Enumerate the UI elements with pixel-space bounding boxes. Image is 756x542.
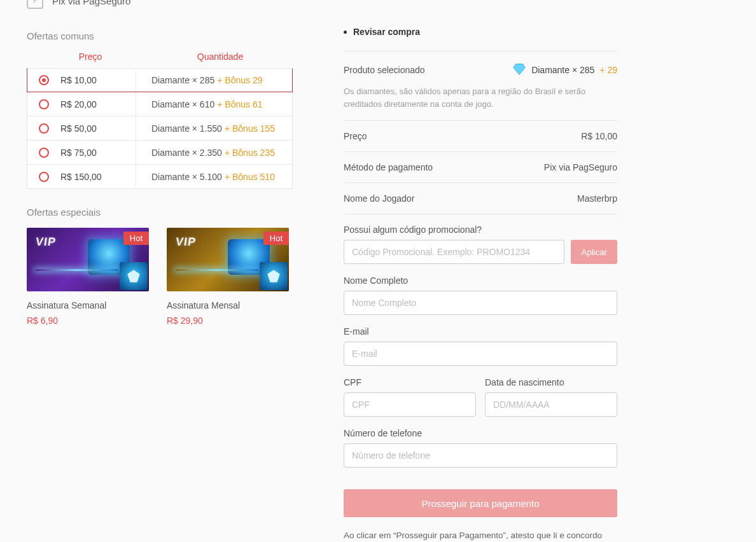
review-method-block: Método de pagamento Pix via PagSeguro (344, 151, 617, 183)
phone-label: Número de telefone (344, 428, 617, 438)
offer-row[interactable]: R$ 75,00 Diamante × 2.350+ Bônus 235 (27, 141, 293, 165)
offer-bonus: + Bônus 510 (225, 172, 275, 182)
offer-price: R$ 20,00 (60, 99, 136, 109)
promo-label: Possui algum código promocional? (344, 225, 617, 235)
offer-qty: Diamante × 285+ Bônus 29 (136, 69, 292, 92)
vip-weekly-image: VIP Hot (27, 228, 149, 291)
cpf-input[interactable] (344, 393, 476, 417)
offer-bonus: + Bônus 155 (225, 123, 275, 134)
offer-row[interactable]: R$ 20,00 Diamante × 610+ Bônus 61 (27, 92, 293, 116)
offer-row[interactable]: R$ 150,00 Diamante × 5.100+ Bônus 510 (27, 165, 293, 189)
payment-method-name: Pix via PagSeguro (52, 0, 130, 6)
offer-bonus: + Bônus 29 (217, 75, 262, 85)
apply-button[interactable]: Aplicar (571, 240, 617, 264)
offers-col-price: Preço (27, 52, 135, 62)
special-offer-card[interactable]: VIP Hot Assinatura Semanal R$ 6,90 (27, 228, 149, 326)
price-value: R$ 10,00 (581, 131, 617, 141)
offer-bonus: + Bônus 61 (217, 99, 262, 109)
promo-input[interactable] (344, 240, 564, 264)
special-offer-name: Assinatura Semanal (27, 300, 149, 310)
proceed-button[interactable]: Prosseguir para pagamento (344, 489, 617, 517)
offer-row[interactable]: R$ 50,00 Diamante × 1.550+ Bônus 155 (27, 116, 293, 141)
svg-marker-0 (127, 270, 140, 282)
cpf-label: CPF (344, 377, 476, 387)
payment-method-header: Pix via PagSeguro (27, 0, 293, 9)
phone-input[interactable] (344, 443, 617, 468)
product-bonus: + 29 (599, 65, 617, 75)
radio-icon (39, 148, 49, 158)
offers-table-header: Preço Quantidade (27, 52, 293, 68)
offer-qty: Diamante × 610+ Bônus 61 (136, 92, 292, 116)
diamond-icon (512, 62, 526, 78)
currency-badge-icon (260, 262, 288, 290)
offer-price: R$ 75,00 (60, 148, 136, 158)
offer-qty: Diamante × 1.550+ Bônus 155 (136, 116, 292, 140)
radio-icon (39, 172, 49, 182)
hot-badge: Hot (263, 232, 289, 245)
radio-icon (39, 123, 49, 134)
review-player-block: Nome do Jogador Masterbrp (344, 183, 617, 214)
document-icon (27, 0, 43, 9)
offer-row[interactable]: R$ 10,00 Diamante × 285+ Bônus 29 (27, 68, 293, 92)
offer-qty: Diamante × 2.350+ Bônus 235 (136, 141, 292, 164)
hot-badge: Hot (123, 232, 149, 245)
player-value: Masterbrp (577, 193, 617, 204)
radio-icon (39, 75, 49, 85)
offer-price: R$ 150,00 (60, 172, 136, 182)
offers-col-qty: Quantidade (135, 52, 293, 62)
review-title: Revisar compra (344, 27, 617, 37)
dob-input[interactable] (485, 393, 617, 417)
bullet-icon (344, 31, 347, 34)
terms-text: Ao clicar em “Prosseguir para Pagamento”… (344, 529, 617, 542)
offer-price: R$ 50,00 (60, 123, 136, 134)
offer-qty: Diamante × 5.100+ Bônus 510 (136, 165, 292, 188)
radio-icon (39, 99, 49, 109)
vip-monthly-image: VIP Hot (167, 228, 289, 291)
special-offer-name: Assinatura Mensal (167, 300, 289, 310)
player-label: Nome do Jogador (344, 193, 414, 204)
dob-label: Data de nascimento (485, 377, 617, 387)
name-input[interactable] (344, 291, 617, 315)
svg-marker-2 (514, 64, 525, 75)
special-offers-title: Ofertas especiais (27, 207, 293, 218)
offers-section-title: Ofertas comuns (27, 31, 293, 41)
special-offer-price: R$ 6,90 (27, 316, 149, 326)
price-label: Preço (344, 131, 367, 141)
special-offer-price: R$ 29,90 (167, 316, 289, 326)
review-product-block: Produto selecionado Diamante × 285 + 29 … (344, 51, 617, 120)
svg-marker-1 (267, 270, 280, 282)
name-label: Nome Completo (344, 275, 617, 286)
method-value: Pix via PagSeguro (544, 162, 617, 172)
product-label: Produto selecionado (344, 65, 425, 75)
email-label: E-mail (344, 326, 617, 337)
offer-bonus: + Bônus 235 (225, 148, 275, 158)
offer-price: R$ 10,00 (60, 75, 136, 85)
currency-badge-icon (120, 262, 148, 290)
product-value: Diamante × 285 (531, 65, 594, 75)
product-note: Os diamantes, são válidos apenas para a … (344, 85, 617, 110)
method-label: Método de pagamento (344, 162, 433, 172)
review-price-block: Preço R$ 10,00 (344, 120, 617, 151)
special-offer-card[interactable]: VIP Hot Assinatura Mensal R$ 29,90 (167, 228, 289, 326)
email-input[interactable] (344, 342, 617, 366)
